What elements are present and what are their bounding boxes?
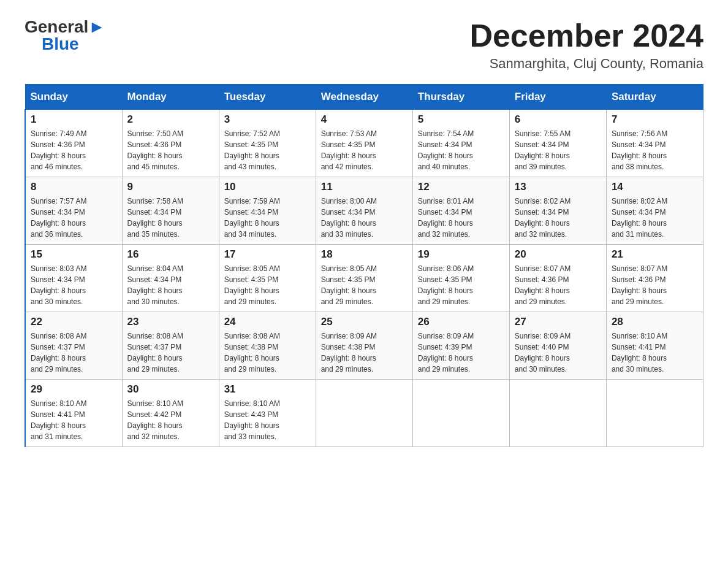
day-info: Sunrise: 7:50 AMSunset: 4:36 PMDaylight:… xyxy=(127,128,214,172)
day-info: Sunrise: 7:57 AMSunset: 4:34 PMDaylight:… xyxy=(31,196,117,240)
calendar-row: 8 Sunrise: 7:57 AMSunset: 4:34 PMDayligh… xyxy=(25,177,703,245)
day-number: 17 xyxy=(224,248,311,261)
table-row: 25 Sunrise: 8:09 AMSunset: 4:38 PMDaylig… xyxy=(316,312,412,380)
table-row: 21 Sunrise: 8:07 AMSunset: 4:36 PMDaylig… xyxy=(606,245,703,312)
day-number: 19 xyxy=(418,248,504,261)
table-row: 1 Sunrise: 7:49 AMSunset: 4:36 PMDayligh… xyxy=(25,110,122,177)
day-info: Sunrise: 8:10 AMSunset: 4:41 PMDaylight:… xyxy=(612,331,698,375)
table-row: 12 Sunrise: 8:01 AMSunset: 4:34 PMDaylig… xyxy=(412,177,509,245)
page-header: General► Blue December 2024 Sanmarghita,… xyxy=(25,18,703,72)
day-number: 12 xyxy=(418,181,504,193)
day-info: Sunrise: 8:04 AMSunset: 4:34 PMDaylight:… xyxy=(127,263,214,307)
logo-general-text: General► xyxy=(25,18,105,36)
day-info: Sunrise: 8:10 AMSunset: 4:42 PMDaylight:… xyxy=(127,398,214,442)
table-row: 24 Sunrise: 8:08 AMSunset: 4:38 PMDaylig… xyxy=(219,312,316,380)
day-info: Sunrise: 7:55 AMSunset: 4:34 PMDaylight:… xyxy=(515,128,601,172)
location: Sanmarghita, Cluj County, Romania xyxy=(469,56,703,72)
day-number: 4 xyxy=(321,113,408,126)
table-row: 2 Sunrise: 7:50 AMSunset: 4:36 PMDayligh… xyxy=(122,110,219,177)
table-row: 5 Sunrise: 7:54 AMSunset: 4:34 PMDayligh… xyxy=(412,110,509,177)
day-info: Sunrise: 8:07 AMSunset: 4:36 PMDaylight:… xyxy=(612,263,698,307)
table-row: 17 Sunrise: 8:05 AMSunset: 4:35 PMDaylig… xyxy=(219,245,316,312)
table-row: 19 Sunrise: 8:06 AMSunset: 4:35 PMDaylig… xyxy=(412,245,509,312)
day-number: 20 xyxy=(515,248,601,261)
day-info: Sunrise: 8:08 AMSunset: 4:37 PMDaylight:… xyxy=(127,331,214,375)
day-number: 2 xyxy=(127,113,214,126)
day-info: Sunrise: 8:07 AMSunset: 4:36 PMDaylight:… xyxy=(515,263,601,307)
table-row: 30 Sunrise: 8:10 AMSunset: 4:42 PMDaylig… xyxy=(122,380,219,447)
day-info: Sunrise: 8:05 AMSunset: 4:35 PMDaylight:… xyxy=(224,263,311,307)
calendar-table: Sunday Monday Tuesday Wednesday Thursday… xyxy=(25,84,703,447)
day-number: 29 xyxy=(31,383,117,396)
day-number: 18 xyxy=(321,248,408,261)
day-number: 9 xyxy=(127,181,214,193)
day-info: Sunrise: 8:02 AMSunset: 4:34 PMDaylight:… xyxy=(515,196,601,240)
day-info: Sunrise: 7:49 AMSunset: 4:36 PMDaylight:… xyxy=(31,128,117,172)
day-info: Sunrise: 8:09 AMSunset: 4:40 PMDaylight:… xyxy=(515,331,601,375)
table-row: 31 Sunrise: 8:10 AMSunset: 4:43 PMDaylig… xyxy=(219,380,316,447)
table-row: 3 Sunrise: 7:52 AMSunset: 4:35 PMDayligh… xyxy=(219,110,316,177)
day-info: Sunrise: 8:00 AMSunset: 4:34 PMDaylight:… xyxy=(321,196,408,240)
day-number: 11 xyxy=(321,181,408,193)
day-number: 5 xyxy=(418,113,504,126)
calendar-row: 15 Sunrise: 8:03 AMSunset: 4:34 PMDaylig… xyxy=(25,245,703,312)
col-monday: Monday xyxy=(122,85,219,110)
table-row: 13 Sunrise: 8:02 AMSunset: 4:34 PMDaylig… xyxy=(509,177,606,245)
day-number: 10 xyxy=(224,181,311,193)
table-row: 10 Sunrise: 7:59 AMSunset: 4:34 PMDaylig… xyxy=(219,177,316,245)
col-friday: Friday xyxy=(509,85,606,110)
calendar-row: 29 Sunrise: 8:10 AMSunset: 4:41 PMDaylig… xyxy=(25,380,703,447)
day-number: 28 xyxy=(612,316,698,328)
table-row: 28 Sunrise: 8:10 AMSunset: 4:41 PMDaylig… xyxy=(606,312,703,380)
table-row: 23 Sunrise: 8:08 AMSunset: 4:37 PMDaylig… xyxy=(122,312,219,380)
table-row: 22 Sunrise: 8:08 AMSunset: 4:37 PMDaylig… xyxy=(25,312,122,380)
day-info: Sunrise: 8:03 AMSunset: 4:34 PMDaylight:… xyxy=(31,263,117,307)
table-row: 6 Sunrise: 7:55 AMSunset: 4:34 PMDayligh… xyxy=(509,110,606,177)
table-row: 15 Sunrise: 8:03 AMSunset: 4:34 PMDaylig… xyxy=(25,245,122,312)
day-number: 3 xyxy=(224,113,311,126)
col-wednesday: Wednesday xyxy=(316,85,412,110)
day-number: 25 xyxy=(321,316,408,328)
day-info: Sunrise: 8:06 AMSunset: 4:35 PMDaylight:… xyxy=(418,263,504,307)
day-number: 31 xyxy=(224,383,311,396)
month-title: December 2024 xyxy=(469,18,703,53)
table-row xyxy=(316,380,412,447)
day-info: Sunrise: 8:08 AMSunset: 4:38 PMDaylight:… xyxy=(224,331,311,375)
day-number: 23 xyxy=(127,316,214,328)
day-number: 6 xyxy=(515,113,601,126)
day-info: Sunrise: 8:02 AMSunset: 4:34 PMDaylight:… xyxy=(612,196,698,240)
table-row: 8 Sunrise: 7:57 AMSunset: 4:34 PMDayligh… xyxy=(25,177,122,245)
day-info: Sunrise: 8:09 AMSunset: 4:39 PMDaylight:… xyxy=(418,331,504,375)
calendar-row: 1 Sunrise: 7:49 AMSunset: 4:36 PMDayligh… xyxy=(25,110,703,177)
day-number: 16 xyxy=(127,248,214,261)
table-row: 18 Sunrise: 8:05 AMSunset: 4:35 PMDaylig… xyxy=(316,245,412,312)
day-number: 13 xyxy=(515,181,601,193)
day-info: Sunrise: 7:56 AMSunset: 4:34 PMDaylight:… xyxy=(612,128,698,172)
day-info: Sunrise: 8:10 AMSunset: 4:41 PMDaylight:… xyxy=(31,398,117,442)
logo-blue-text: Blue xyxy=(42,36,79,53)
table-row xyxy=(412,380,509,447)
table-row: 26 Sunrise: 8:09 AMSunset: 4:39 PMDaylig… xyxy=(412,312,509,380)
col-tuesday: Tuesday xyxy=(219,85,316,110)
day-info: Sunrise: 7:59 AMSunset: 4:34 PMDaylight:… xyxy=(224,196,311,240)
table-row xyxy=(606,380,703,447)
table-row: 29 Sunrise: 8:10 AMSunset: 4:41 PMDaylig… xyxy=(25,380,122,447)
table-row: 27 Sunrise: 8:09 AMSunset: 4:40 PMDaylig… xyxy=(509,312,606,380)
day-number: 27 xyxy=(515,316,601,328)
col-saturday: Saturday xyxy=(606,85,703,110)
day-info: Sunrise: 7:53 AMSunset: 4:35 PMDaylight:… xyxy=(321,128,408,172)
day-number: 7 xyxy=(612,113,698,126)
table-row: 7 Sunrise: 7:56 AMSunset: 4:34 PMDayligh… xyxy=(606,110,703,177)
day-info: Sunrise: 8:01 AMSunset: 4:34 PMDaylight:… xyxy=(418,196,504,240)
day-number: 15 xyxy=(31,248,117,261)
day-info: Sunrise: 8:05 AMSunset: 4:35 PMDaylight:… xyxy=(321,263,408,307)
day-info: Sunrise: 7:54 AMSunset: 4:34 PMDaylight:… xyxy=(418,128,504,172)
title-area: December 2024 Sanmarghita, Cluj County, … xyxy=(469,18,703,72)
day-info: Sunrise: 8:09 AMSunset: 4:38 PMDaylight:… xyxy=(321,331,408,375)
day-info: Sunrise: 7:52 AMSunset: 4:35 PMDaylight:… xyxy=(224,128,311,172)
calendar-header-row: Sunday Monday Tuesday Wednesday Thursday… xyxy=(25,85,703,110)
day-info: Sunrise: 8:08 AMSunset: 4:37 PMDaylight:… xyxy=(31,331,117,375)
day-info: Sunrise: 8:10 AMSunset: 4:43 PMDaylight:… xyxy=(224,398,311,442)
col-thursday: Thursday xyxy=(412,85,509,110)
table-row: 9 Sunrise: 7:58 AMSunset: 4:34 PMDayligh… xyxy=(122,177,219,245)
